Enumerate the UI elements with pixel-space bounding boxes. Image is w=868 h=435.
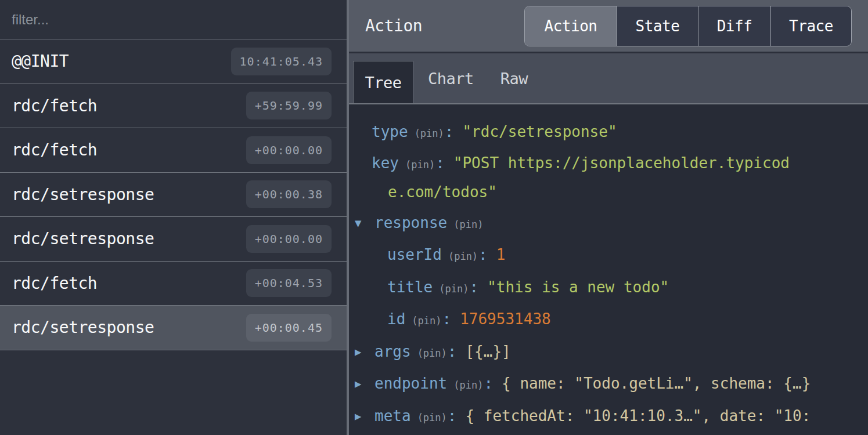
pin-label[interactable]: (pin) (415, 128, 444, 139)
tree-value-number: 1769531438 (460, 310, 551, 328)
colon: : (448, 407, 457, 425)
colon: : (478, 246, 488, 263)
action-timestamp-badge: +00:00.00 (246, 225, 332, 253)
pin-label[interactable]: (pin) (417, 347, 447, 359)
view-mode-bar: Tree Chart Raw (349, 53, 868, 104)
action-name: rdc/setresponse (12, 185, 154, 204)
action-timestamp-badge: 10:41:05.43 (231, 48, 332, 75)
action-name: rdc/setresponse (12, 318, 154, 337)
collapse-arrow-icon[interactable]: ▼ (355, 207, 361, 240)
tree-row-endpoint: ▶ endpoint(pin):{ name: "Todo.getLi…", s… (349, 368, 868, 400)
tree-key[interactable]: response (374, 214, 447, 231)
tree-value-string: "POST https://jsonplaceholder.typicod (453, 154, 790, 172)
tree-value-line: key(pin):"POST https://jsonplaceholder.t… (372, 148, 868, 178)
action-name: rdc/setresponse (12, 229, 154, 248)
tab-diff[interactable]: Diff (698, 6, 770, 46)
action-tree: type(pin):"rdc/setresponse" key(pin):"PO… (349, 104, 868, 435)
action-timestamp-badge: +00:04.53 (246, 269, 332, 297)
tree-row-args: ▶ args(pin):[{…}] (349, 336, 868, 368)
filter-row (0, 0, 347, 39)
action-timestamp-badge: +00:00.45 (246, 314, 332, 342)
pin-label[interactable]: (pin) (453, 219, 483, 230)
tree-key[interactable]: title (387, 278, 433, 296)
expand-arrow-icon[interactable]: ▶ (355, 336, 361, 368)
colon: : (445, 123, 454, 140)
action-name: rdc/fetch (12, 96, 97, 115)
filter-input[interactable] (12, 12, 335, 28)
inspector-panel: Action Action State Diff Trace Tree Char… (349, 0, 868, 435)
tree-row-title: title(pin):"this is a new todo" (349, 271, 868, 304)
colon: : (442, 310, 452, 328)
tree-row-key: key(pin):"POST https://jsonplaceholder.t… (349, 148, 868, 207)
action-row-setresponse-3-selected[interactable]: rdc/setresponse +00:00.45 (0, 306, 347, 350)
tree-row-meta: ▶ meta(pin):{ fetchedAt: "10:41:10.3…", … (349, 400, 868, 433)
pin-label[interactable]: (pin) (453, 379, 483, 391)
action-row-init[interactable]: @@INIT 10:41:05.43 (0, 39, 347, 84)
tree-key[interactable]: id (387, 310, 405, 328)
pin-label[interactable]: (pin) (412, 315, 441, 327)
tree-row-id: id(pin):1769531438 (349, 303, 868, 336)
tree-value-line-wrap: e.com/todos" (372, 177, 868, 207)
tree-value-preview: [{…}] (465, 343, 510, 360)
inspector-title: Action (365, 16, 422, 35)
subtab-chart[interactable]: Chart (428, 70, 474, 88)
expand-arrow-icon[interactable]: ▶ (355, 400, 361, 433)
tab-trace[interactable]: Trace (770, 6, 851, 46)
pin-label[interactable]: (pin) (448, 251, 478, 262)
pin-label[interactable]: (pin) (405, 159, 435, 171)
subtab-tree[interactable]: Tree (353, 61, 413, 103)
action-row-fetch-3[interactable]: rdc/fetch +00:04.53 (0, 262, 347, 306)
action-name: rdc/fetch (12, 140, 97, 160)
action-row-fetch-2[interactable]: rdc/fetch +00:00.00 (0, 128, 347, 173)
tree-value-string: "this is a new todo" (487, 278, 669, 296)
colon: : (448, 343, 457, 360)
tree-key[interactable]: type (372, 123, 408, 140)
action-row-fetch-1[interactable]: rdc/fetch +59:59.99 (0, 84, 347, 129)
tree-key[interactable]: endpoint (374, 375, 447, 392)
tab-action[interactable]: Action (525, 6, 617, 46)
inspector-header: Action Action State Diff Trace (349, 0, 868, 53)
action-timestamp-badge: +00:00.00 (246, 136, 332, 164)
expand-arrow-icon[interactable]: ▶ (355, 368, 361, 400)
tree-value-string: e.com/todos" (388, 183, 497, 201)
tree-row-response: ▼ response(pin) (349, 207, 868, 240)
inspector-tab-group: Action State Diff Trace (524, 6, 852, 46)
action-name: @@INIT (12, 52, 69, 71)
tab-state[interactable]: State (617, 6, 698, 46)
tree-value-number: 1 (496, 246, 506, 263)
tree-row-userid: userId(pin):1 (349, 239, 868, 271)
tree-value-preview: { name: "Todo.getLi…", schema: {…} (502, 375, 811, 392)
colon: : (469, 278, 478, 296)
action-timestamp-badge: +59:59.99 (246, 92, 332, 119)
subtab-raw[interactable]: Raw (500, 70, 528, 88)
tree-key[interactable]: key (372, 154, 399, 172)
colon: : (435, 154, 445, 172)
pin-label[interactable]: (pin) (439, 283, 469, 295)
action-timestamp-badge: +00:00.38 (246, 180, 332, 208)
tree-key[interactable]: args (374, 343, 411, 360)
action-row-setresponse-1[interactable]: rdc/setresponse +00:00.38 (0, 173, 347, 217)
tree-row-type: type(pin):"rdc/setresponse" (349, 116, 868, 148)
action-list-panel: @@INIT 10:41:05.43 rdc/fetch +59:59.99 r… (0, 0, 349, 435)
tree-key[interactable]: meta (374, 407, 411, 425)
tree-value-string: "rdc/setresponse" (462, 123, 617, 140)
tree-key[interactable]: userId (387, 246, 442, 263)
tree-value-preview: { fetchedAt: "10:41:10.3…", date: "10: (465, 407, 811, 425)
pin-label[interactable]: (pin) (417, 412, 447, 423)
action-row-setresponse-2[interactable]: rdc/setresponse +00:00.00 (0, 217, 347, 262)
action-name: rdc/fetch (12, 274, 97, 293)
colon: : (484, 375, 493, 392)
